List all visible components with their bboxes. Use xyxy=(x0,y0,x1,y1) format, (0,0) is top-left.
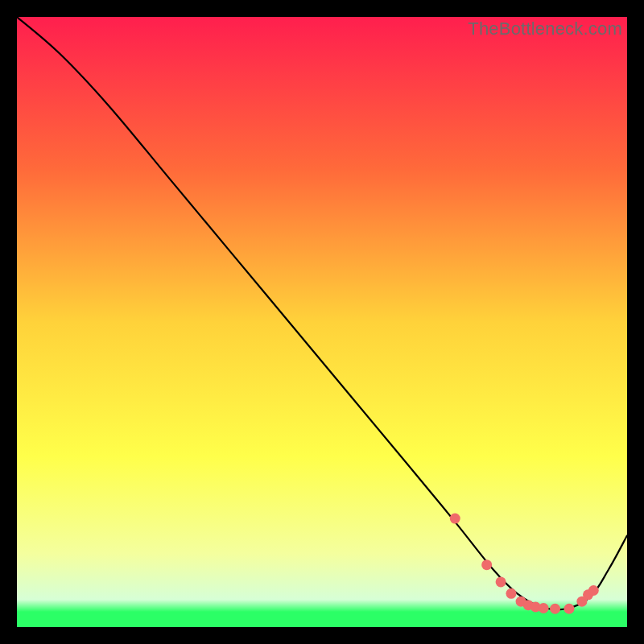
data-point xyxy=(506,588,516,599)
data-point xyxy=(588,585,599,596)
data-point xyxy=(539,603,549,613)
gradient-background xyxy=(17,17,627,627)
watermark-text: TheBottleneck.com xyxy=(468,19,622,39)
chart-frame: TheBottleneck.com xyxy=(17,17,627,627)
data-point xyxy=(564,604,574,614)
data-point xyxy=(550,604,560,614)
data-point xyxy=(481,559,492,570)
data-point xyxy=(496,576,506,587)
data-point xyxy=(450,514,460,524)
chart-svg xyxy=(17,17,627,627)
